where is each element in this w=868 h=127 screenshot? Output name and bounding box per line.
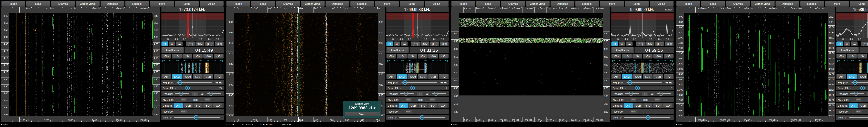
seek-30s-button[interactable]: +30s xyxy=(439,54,448,58)
zoom-x1-button[interactable]: x1 xyxy=(161,42,168,46)
phasing-slider[interactable] xyxy=(625,93,639,94)
mode-fsam-button[interactable]: FSAM xyxy=(858,74,867,79)
zoom-x4-button[interactable]: x4 xyxy=(851,42,858,46)
waterfall-display[interactable] xyxy=(9,13,153,116)
mode-am-button[interactable]: AM xyxy=(386,74,396,79)
play-pause-button[interactable]: Play/Pause xyxy=(612,47,633,53)
strip-prev-button[interactable]: [<<] xyxy=(162,59,166,62)
binaural-i-q-button[interactable]: I±Q xyxy=(213,103,222,108)
menu-button-logbook[interactable]: Logbook xyxy=(125,1,149,7)
menu-button-load[interactable]: Load xyxy=(251,1,275,7)
menu-button-load[interactable]: Load xyxy=(26,1,50,7)
seek-5s-button[interactable]: +5s xyxy=(643,54,653,58)
highpass-slider-knob[interactable] xyxy=(178,80,182,85)
zoom-x1-button[interactable]: x1 xyxy=(836,42,843,46)
seek-10s-button[interactable]: -10s xyxy=(847,54,857,58)
mode-fm-button[interactable]: FM xyxy=(439,74,448,79)
nce-right-toggle[interactable]: OFF xyxy=(200,98,211,102)
zoom-x2-button[interactable]: x2 xyxy=(394,42,400,46)
invert-button[interactable]: Inv xyxy=(642,92,648,96)
mode-am-button[interactable]: AM xyxy=(836,74,846,79)
menu-button-logbook[interactable]: Logbook xyxy=(800,1,824,7)
spike-filter-slider-knob[interactable] xyxy=(185,86,190,90)
phasing-slider-knob[interactable] xyxy=(179,92,183,96)
menu-button-analysis[interactable]: Analysis xyxy=(726,1,750,7)
volume-slider[interactable] xyxy=(849,117,868,118)
binaural-fil-button[interactable]: FIL xyxy=(193,103,203,108)
mode-fsam-button[interactable]: FSAM xyxy=(182,74,192,79)
bandwidth-preset-button[interactable]: [6.0] xyxy=(665,42,674,46)
nce-right-toggle[interactable]: OFF xyxy=(425,98,436,102)
menu-button-import[interactable]: Import xyxy=(676,1,700,7)
mode-fm-button[interactable]: FM xyxy=(214,74,224,79)
balance-slider[interactable] xyxy=(207,93,221,94)
menu-button-load[interactable]: Load xyxy=(701,1,725,7)
phasing-slider-knob[interactable] xyxy=(629,92,633,96)
volume-slider[interactable] xyxy=(399,117,445,118)
mode-fm-button[interactable]: FM xyxy=(664,74,674,79)
recorder-toggle[interactable]: OFF xyxy=(176,109,187,113)
binaural-off-button[interactable]: OFF xyxy=(174,103,183,108)
bandwidth-preset-button[interactable]: [3.5] xyxy=(195,42,204,46)
balance-slider[interactable] xyxy=(657,93,671,94)
volume-slider-knob[interactable] xyxy=(420,115,425,120)
highpass-slider[interactable] xyxy=(177,82,212,83)
zoom-x2-button[interactable]: x2 xyxy=(844,42,850,46)
menu-button-analysis[interactable]: Analysis xyxy=(51,1,75,7)
carrier-spectrum[interactable]: -6.0-4.0-2.02.04.06.0 xyxy=(612,13,674,41)
balance-slider-knob[interactable] xyxy=(434,92,438,96)
bandwidth-preset-button[interactable]: [4.5] xyxy=(655,42,664,46)
zoom-x1-button[interactable]: x1 xyxy=(386,42,393,46)
carrier-spectrum[interactable]: -6.0-4.0-2.02.04.06.0 xyxy=(161,13,224,41)
spike-filter-slider[interactable] xyxy=(179,87,212,88)
mode-sam-button[interactable]: SAM xyxy=(847,74,857,79)
menu-button-about[interactable]: About xyxy=(199,1,224,7)
seek-30s-button[interactable]: -30s xyxy=(836,54,846,58)
mode-fsam-button[interactable]: FSAM xyxy=(632,74,642,79)
menu-button-carrier-views[interactable]: Carrier Views xyxy=(301,1,324,7)
binaural-fil-button[interactable]: FIL xyxy=(643,103,653,108)
phasing-slider[interactable] xyxy=(175,93,189,94)
volume-slider[interactable] xyxy=(624,117,670,118)
invert-button[interactable]: Inv xyxy=(192,92,198,96)
highpass-slider[interactable] xyxy=(626,82,662,83)
carrier-strip-display[interactable] xyxy=(836,62,868,73)
binaural-off-button[interactable]: OFF xyxy=(849,103,858,108)
waterfall-display[interactable] xyxy=(684,13,828,116)
seek-30s-button[interactable]: +30s xyxy=(214,54,224,58)
bandwidth-preset-button[interactable]: [2.0] xyxy=(186,42,195,46)
menu-button-carrier-views[interactable]: Carrier Views xyxy=(76,1,100,7)
binaural-csb-button[interactable]: CSB xyxy=(409,103,418,108)
menu-button-more[interactable]: More xyxy=(150,1,174,7)
play-pause-button[interactable]: Play/Pause xyxy=(836,47,859,53)
binaural-i-q-button[interactable]: I/Q xyxy=(653,103,662,108)
menu-button-setup[interactable]: Setup xyxy=(400,1,424,7)
mode-usb-button[interactable]: USB xyxy=(428,74,438,79)
menu-button-import[interactable]: Import xyxy=(452,1,475,7)
menu-button-database[interactable]: Database xyxy=(551,1,575,7)
strip-prev-button[interactable]: [<<] xyxy=(612,59,616,62)
recorder-toggle[interactable]: OFF xyxy=(851,109,862,113)
bandwidth-preset-button[interactable]: [2.0] xyxy=(861,42,868,46)
spike-filter-slider-knob[interactable] xyxy=(636,86,640,90)
binaural-csb-button[interactable]: CSB xyxy=(633,103,643,108)
spike-filter-slider[interactable] xyxy=(854,87,868,88)
seek-10s-button[interactable]: -10s xyxy=(397,54,407,58)
highpass-slider-knob[interactable] xyxy=(628,80,632,85)
bandwidth-preset-button[interactable]: [2.0] xyxy=(636,42,645,46)
phasing-slider-knob[interactable] xyxy=(404,92,408,96)
spike-filter-slider[interactable] xyxy=(404,87,437,88)
binaural-i-q-button[interactable]: I±Q xyxy=(438,103,447,108)
recorder-toggle[interactable]: OFF xyxy=(401,109,412,113)
seek-5s-button[interactable]: +5s xyxy=(193,54,203,58)
strip-prev-button[interactable]: [<<] xyxy=(837,59,841,62)
recorder-toggle[interactable]: OFF xyxy=(626,109,637,113)
menu-button-setup[interactable]: Setup xyxy=(625,1,649,7)
menu-button-import[interactable]: Import xyxy=(1,1,25,7)
seek-5s-button[interactable]: +5s xyxy=(418,54,428,58)
menu-button-database[interactable]: Database xyxy=(775,1,799,7)
menu-button-database[interactable]: Database xyxy=(100,1,124,7)
menu-button-logbook[interactable]: Logbook xyxy=(350,1,374,7)
spike-filter-slider-knob[interactable] xyxy=(860,86,865,90)
binaural-fil-button[interactable]: FIL xyxy=(418,103,428,108)
